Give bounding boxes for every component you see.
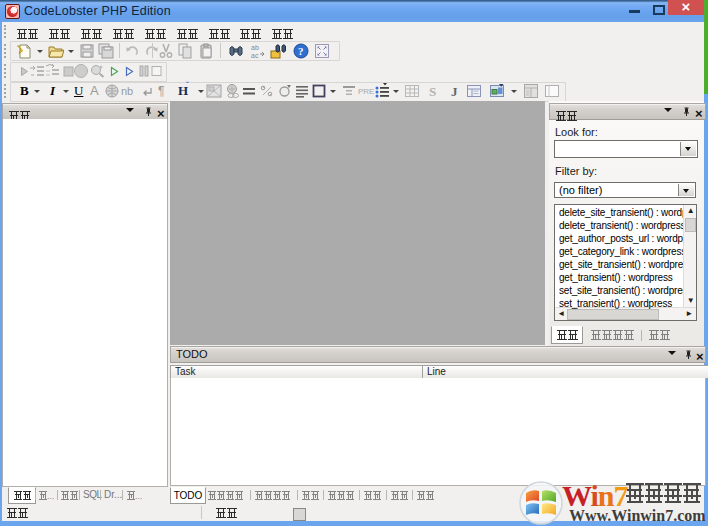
svg-text:S: S	[429, 84, 436, 99]
svg-text:J: J	[451, 84, 458, 99]
svg-text:ab: ab	[251, 44, 259, 51]
svg-text:?: ?	[298, 45, 304, 57]
svg-text:ac: ac	[251, 52, 259, 59]
